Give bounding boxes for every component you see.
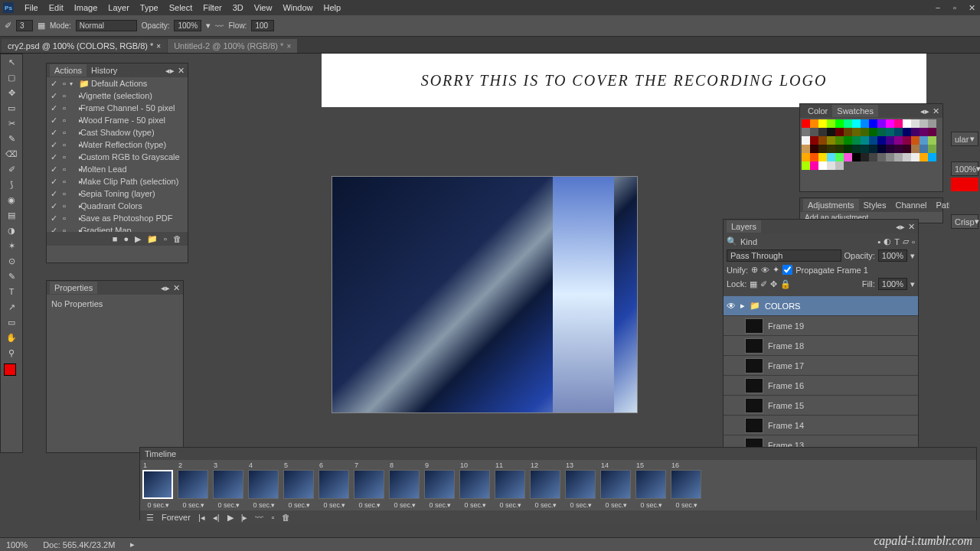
action-item[interactable]: ✓▫▸Save as Photoshop PDF — [47, 212, 188, 224]
swatch[interactable] — [928, 145, 936, 153]
action-item[interactable]: ✓▫▸Sepia Toning (layer) — [47, 187, 188, 200]
timeline-frame[interactable]: 10 sec.▾ — [142, 461, 175, 509]
menu-view[interactable]: View — [250, 2, 277, 14]
swatch[interactable] — [869, 153, 877, 161]
play-icon[interactable]: ▶ — [135, 234, 141, 244]
timeline-frame[interactable]: 30 sec.▾ — [212, 461, 246, 509]
swatch[interactable] — [827, 136, 835, 145]
swatch[interactable] — [861, 136, 869, 145]
swatch[interactable] — [928, 128, 936, 136]
record-icon[interactable]: ● — [123, 234, 129, 243]
flyout-icon[interactable]: ▾ — [910, 251, 915, 261]
eyedropper-tool[interactable]: ✂ — [1, 116, 22, 131]
swatch[interactable] — [920, 128, 928, 136]
collapse-icon[interactable]: ◂▸ — [165, 66, 175, 76]
swatch[interactable] — [877, 153, 886, 161]
swatch[interactable] — [818, 119, 827, 128]
menu-layer[interactable]: Layer — [103, 2, 134, 14]
swatch[interactable] — [920, 136, 928, 145]
flow-field[interactable]: 100 — [251, 20, 274, 31]
swatch[interactable] — [911, 119, 920, 128]
swatch[interactable] — [903, 119, 911, 128]
shape-tool[interactable]: ▭ — [1, 315, 22, 330]
layer-row[interactable]: Frame 18 — [724, 336, 918, 356]
menu-edit[interactable]: Edit — [44, 2, 68, 14]
timeline-frame[interactable]: 160 sec.▾ — [670, 461, 704, 509]
swatch[interactable] — [928, 136, 936, 145]
brush-tool[interactable]: ✎ — [1, 131, 22, 146]
brush-preset-icon[interactable]: ▦ — [38, 21, 45, 31]
swatch[interactable] — [802, 161, 810, 170]
swatch[interactable] — [920, 119, 928, 128]
timeline-frame[interactable]: 90 sec.▾ — [423, 461, 457, 509]
swatch[interactable] — [920, 145, 928, 153]
type-color[interactable] — [951, 178, 978, 191]
swatch[interactable] — [802, 128, 810, 136]
new-action-icon[interactable]: ▫ — [164, 234, 167, 243]
crop-tool[interactable]: ▭ — [1, 100, 22, 116]
tab-cry2[interactable]: cry2.psd @ 100% (COLORS, RGB/8) *× — [2, 39, 167, 53]
swatch[interactable] — [861, 119, 869, 128]
type-preset[interactable]: ular▾ — [951, 132, 978, 146]
menu-type[interactable]: Type — [136, 2, 163, 14]
play-icon[interactable]: ▶ — [227, 513, 234, 523]
collapse-icon[interactable]: ◂▸ — [920, 106, 929, 116]
swatch[interactable] — [835, 153, 844, 161]
action-item[interactable]: ✓▫▸Cast Shadow (type) — [47, 126, 188, 139]
layer-row[interactable]: Frame 15 — [724, 396, 918, 416]
blur-tool[interactable]: ▤ — [1, 207, 22, 223]
unify-visibility-icon[interactable]: 👁 — [761, 266, 769, 275]
swatch[interactable] — [818, 153, 827, 161]
swatch[interactable] — [852, 136, 861, 145]
trash-icon[interactable]: 🗑 — [282, 513, 290, 522]
propagate-checkbox[interactable] — [782, 265, 792, 275]
tab-properties[interactable]: Properties — [50, 282, 97, 294]
tab-swatches[interactable]: Swatches — [832, 105, 878, 117]
tab-channels[interactable]: Channel — [891, 199, 932, 211]
swatch[interactable] — [886, 153, 894, 161]
close-tab-icon[interactable]: × — [156, 42, 161, 51]
swatch[interactable] — [920, 153, 928, 161]
swatch[interactable] — [835, 136, 844, 145]
swatch[interactable] — [844, 119, 852, 128]
close-panel-icon[interactable]: ✕ — [933, 106, 939, 116]
lock-pixels-icon[interactable]: ✐ — [760, 279, 767, 289]
timeline-frame[interactable]: 60 sec.▾ — [318, 461, 351, 509]
path-tool[interactable]: ✎ — [1, 269, 22, 284]
tab-styles[interactable]: Styles — [859, 199, 891, 211]
layer-row[interactable]: Frame 17 — [724, 356, 918, 376]
pen-tool[interactable]: ✶ — [1, 238, 22, 253]
swatch[interactable] — [911, 128, 920, 136]
tab-adjustments[interactable]: Adjustments — [803, 199, 859, 211]
mode-select[interactable]: Normal — [76, 20, 137, 31]
action-item[interactable]: ✓▫▸Custom RGB to Grayscale — [47, 151, 188, 163]
lock-position-icon[interactable]: ✥ — [770, 279, 777, 289]
swatch[interactable] — [928, 153, 936, 161]
swatch[interactable] — [894, 136, 903, 145]
type-aa[interactable]: Crisp▾ — [951, 214, 978, 229]
swatch[interactable] — [928, 119, 936, 128]
swatch[interactable] — [886, 119, 894, 128]
action-item[interactable]: ✓▫▸Water Reflection (type) — [47, 139, 188, 151]
opacity-field[interactable]: 100% — [174, 20, 201, 31]
swatch[interactable] — [869, 136, 877, 145]
action-item[interactable]: ✓▫▸Quadrant Colors — [47, 200, 188, 212]
filter-pixel-icon[interactable]: ▪ — [877, 237, 880, 246]
brush-size-field[interactable]: 3 — [16, 20, 33, 31]
type-size[interactable]: 100%▾ — [951, 161, 978, 176]
swatch[interactable] — [802, 119, 810, 128]
swatch[interactable] — [877, 128, 886, 136]
unify-style-icon[interactable]: ✦ — [773, 265, 779, 275]
swatch[interactable] — [844, 136, 852, 145]
hand-tool[interactable]: ✋ — [1, 330, 22, 345]
tab-timeline[interactable]: Timeline — [145, 449, 176, 458]
swatch[interactable] — [810, 145, 818, 153]
close-panel-icon[interactable]: ✕ — [908, 222, 915, 232]
swatch[interactable] — [802, 136, 810, 145]
dodge-tool[interactable]: ◑ — [1, 223, 22, 238]
status-flyout-icon[interactable]: ▸ — [130, 540, 135, 549]
swatch[interactable] — [835, 128, 844, 136]
collapse-icon[interactable]: ◂▸ — [896, 222, 905, 232]
convert-icon[interactable]: ☰ — [146, 513, 154, 523]
swatch[interactable] — [886, 136, 894, 145]
